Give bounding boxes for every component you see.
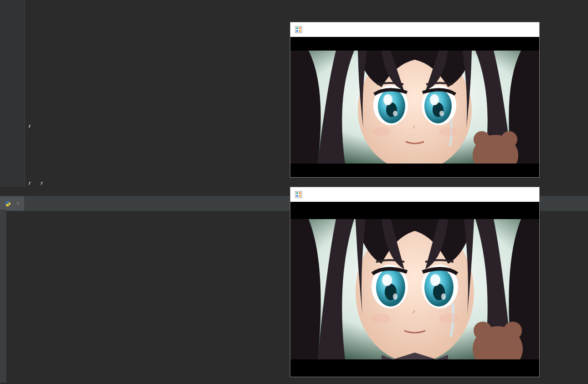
video-frame-image: [290, 51, 539, 164]
code-line: ,: [27, 118, 46, 129]
svg-rect-1: [296, 27, 298, 29]
svg-point-14: [430, 94, 439, 105]
code-line: [27, 137, 33, 148]
svg-rect-4: [299, 30, 301, 32]
svg-rect-23: [296, 192, 298, 194]
svg-point-36: [430, 274, 440, 286]
window-app-icon: [295, 191, 302, 198]
video-content-remote: [290, 37, 539, 177]
window-app-icon: [295, 26, 302, 33]
svg-point-16: [439, 111, 444, 116]
svg-point-37: [393, 293, 397, 300]
svg-point-43: [504, 322, 522, 340]
svg-rect-25: [296, 195, 298, 197]
svg-point-17: [372, 127, 391, 136]
svg-point-40: [439, 313, 459, 323]
window-titlebar[interactable]: [290, 22, 539, 37]
svg-point-35: [382, 274, 392, 286]
svg-point-20: [474, 131, 490, 148]
svg-rect-2: [299, 27, 301, 29]
video-window-you[interactable]: [290, 187, 540, 377]
svg-rect-3: [296, 30, 298, 32]
code-line: , ,: [27, 175, 52, 186]
svg-point-42: [474, 322, 492, 340]
python-icon: [5, 200, 11, 207]
run-tab-main[interactable]: ×: [0, 196, 24, 211]
svg-point-39: [371, 313, 391, 323]
svg-point-38: [441, 293, 446, 300]
video-frame-image: [290, 219, 539, 359]
svg-rect-24: [299, 192, 301, 194]
svg-point-13: [383, 94, 392, 105]
editor-gutter: [0, 0, 25, 187]
svg-point-21: [501, 131, 517, 148]
video-window-remote[interactable]: [290, 22, 540, 178]
video-content-you: [290, 202, 539, 377]
close-icon[interactable]: ×: [16, 200, 20, 207]
window-titlebar[interactable]: [290, 187, 539, 202]
svg-point-18: [439, 127, 457, 136]
svg-point-15: [393, 111, 397, 116]
svg-rect-26: [299, 195, 301, 197]
left-gutter-strip: [0, 210, 6, 383]
